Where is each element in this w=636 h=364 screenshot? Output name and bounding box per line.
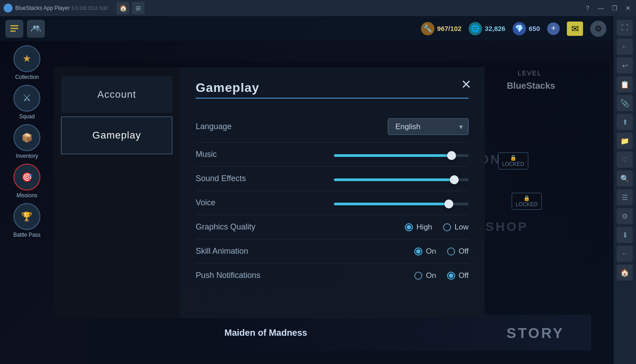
skill-animation-control: On Off — [294, 247, 469, 256]
resource-gems: 💎 650 — [513, 22, 540, 35]
gems-value: 650 — [529, 25, 540, 32]
language-setting-row: Language English Korean Japanese Chinese… — [196, 111, 469, 143]
graphics-quality-label: Graphics Quality — [196, 222, 294, 232]
music-label: Music — [196, 150, 294, 159]
rs-icon-3[interactable]: ↩ — [617, 57, 633, 74]
sound-effects-slider[interactable] — [334, 178, 469, 181]
graphics-low-option[interactable]: Low — [443, 223, 469, 232]
rs-icon-7[interactable]: 📁 — [617, 133, 633, 149]
account-menu-button[interactable]: Account — [61, 76, 172, 113]
svg-point-4 — [36, 26, 39, 28]
graphics-low-radio[interactable] — [443, 223, 451, 231]
voice-slider-container — [334, 199, 469, 207]
settings-left-menu: Account Gameplay — [54, 67, 180, 318]
gold-icon: 🌐 — [469, 22, 482, 35]
sidebar-item-missions[interactable]: 🎯 Missions — [13, 164, 40, 199]
players-icon[interactable] — [27, 20, 45, 38]
resource-keys: 🔧 967/102 — [421, 22, 461, 35]
story-text: STORY — [507, 325, 564, 342]
game-settings-button[interactable]: ⚙ — [590, 21, 606, 37]
quest-icon[interactable] — [5, 20, 23, 38]
language-control: English Korean Japanese Chinese German F… — [294, 118, 469, 135]
minimize-button[interactable]: — — [595, 2, 607, 14]
header-left-icons — [5, 20, 45, 38]
skill-on-radio[interactable] — [414, 247, 422, 256]
graphics-quality-radio-group: High Low — [405, 223, 469, 232]
collection-label: Collection — [15, 74, 39, 80]
music-slider[interactable] — [334, 154, 469, 157]
header-resources: 🔧 967/102 🌐 32,826 💎 650 + ✉ ⚙ — [421, 21, 606, 37]
mail-button[interactable]: ✉ — [567, 22, 583, 36]
app-version: 5.8.100.1013 — [71, 6, 97, 11]
rs-home-icon[interactable]: 🏠 — [617, 264, 633, 281]
settings-right-panel: Gameplay ✕ Language English Korean Japan… — [180, 67, 485, 318]
skill-off-option[interactable]: Off — [447, 247, 469, 256]
rs-icon-5[interactable]: 📎 — [617, 95, 633, 111]
multi-instance-button[interactable]: ⊞ — [132, 2, 145, 14]
gems-icon: 💎 — [513, 22, 526, 35]
voice-setting-row: Voice — [196, 191, 469, 215]
skill-on-label: On — [426, 247, 436, 256]
sidebar-item-collection[interactable]: ★ Collection — [13, 45, 40, 80]
sound-effects-control — [294, 175, 469, 183]
graphics-high-label: High — [417, 223, 432, 232]
push-off-radio[interactable] — [447, 272, 455, 280]
rs-icon-4[interactable]: 📋 — [617, 76, 633, 92]
skill-off-radio[interactable] — [447, 247, 455, 256]
app-name: BlueStacks App Player — [15, 5, 70, 11]
sidebar-item-squad[interactable]: ⚔ Squad — [13, 85, 40, 120]
svg-rect-0 — [10, 25, 18, 26]
rs-icon-2[interactable]: ← — [617, 39, 633, 55]
svg-rect-1 — [10, 28, 18, 29]
rs-icon-9[interactable]: 🔍 — [617, 170, 633, 186]
skill-on-option[interactable]: On — [414, 247, 436, 256]
push-notifications-control: On Off — [294, 271, 469, 280]
rs-icon-6[interactable]: ⬆ — [617, 114, 633, 130]
sidebar-item-inventory[interactable]: 📦 Inventory — [13, 124, 40, 159]
close-settings-button[interactable]: ✕ — [458, 76, 474, 92]
rs-icon-8[interactable]: ♡ — [617, 152, 633, 168]
missions-circle: 🎯 — [13, 164, 40, 191]
voice-slider[interactable] — [334, 203, 469, 205]
graphics-low-label: Low — [455, 223, 469, 232]
locked-badge-1: 🔒LOCKED — [498, 152, 528, 169]
app-arch: N32 — [100, 6, 108, 11]
settings-container: Account Gameplay Gameplay ✕ Language Eng… — [54, 67, 485, 318]
add-gems-button[interactable]: + — [547, 22, 560, 35]
rs-icon-12[interactable]: ⬇ — [617, 227, 633, 243]
language-dropdown-wrapper[interactable]: English Korean Japanese Chinese German F… — [388, 118, 469, 135]
app-logo — [4, 4, 13, 13]
help-button[interactable]: ? — [581, 2, 594, 14]
voice-control — [294, 199, 469, 207]
sidebar-item-battlepass[interactable]: 🏆 Battle Pass — [13, 203, 41, 238]
svg-point-3 — [33, 26, 36, 28]
squad-circle: ⚔ — [13, 85, 40, 112]
graphics-quality-control: High Low — [294, 223, 469, 232]
rs-settings-icon[interactable]: ⚙ — [617, 208, 633, 224]
close-button[interactable]: ✕ — [622, 2, 634, 14]
push-on-label: On — [426, 271, 436, 280]
push-on-radio[interactable] — [414, 272, 422, 280]
graphics-high-radio[interactable] — [405, 223, 413, 231]
music-slider-container — [334, 151, 469, 159]
music-control — [294, 151, 469, 159]
restore-button[interactable]: ❐ — [608, 2, 621, 14]
rs-icon-13[interactable]: ← — [617, 246, 633, 262]
svg-rect-2 — [10, 30, 16, 32]
inventory-circle: 📦 — [13, 124, 40, 151]
rs-expand-icon[interactable]: ⛶ — [617, 20, 633, 36]
gameplay-menu-button[interactable]: Gameplay — [61, 117, 172, 154]
title-bar: BlueStacks App Player 5.8.100.1013 N32 🏠… — [0, 0, 636, 16]
graphics-high-option[interactable]: High — [405, 223, 432, 232]
game-header: 🔧 967/102 🌐 32,826 💎 650 + ✉ ⚙ — [0, 16, 614, 41]
home-button[interactable]: 🏠 — [117, 2, 129, 14]
push-off-label: Off — [459, 271, 469, 280]
push-on-option[interactable]: On — [414, 271, 436, 280]
voice-label: Voice — [196, 198, 294, 208]
push-off-option[interactable]: Off — [447, 271, 469, 280]
left-sidebar: ★ Collection ⚔ Squad 📦 Inventory 🎯 Missi… — [0, 41, 54, 364]
language-select[interactable]: English Korean Japanese Chinese German F… — [388, 118, 469, 135]
rs-icon-10[interactable]: ☰ — [617, 189, 633, 205]
push-notifications-label: Push Notifications — [196, 271, 294, 280]
battlepass-circle: 🏆 — [13, 203, 40, 230]
